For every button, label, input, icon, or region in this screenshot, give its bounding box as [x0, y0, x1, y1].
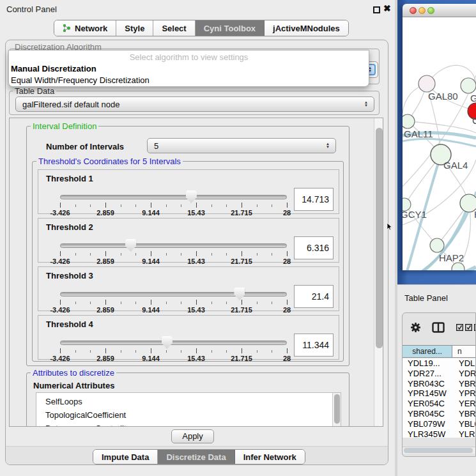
slider-tick-labels: -3.4262.8599.14415.4321.71528 [60, 209, 287, 217]
close-icon[interactable]: ✖ [383, 3, 391, 13]
tab-jactivemnodules[interactable]: jActiveMNodules [265, 20, 348, 36]
table-row[interactable]: YER054CYER0 [403, 399, 476, 409]
numerical-attributes-label: Numerical Attributes [33, 381, 114, 390]
settings-scrollbar[interactable] [374, 118, 383, 427]
settings-scrollbar-thumb[interactable] [376, 128, 383, 348]
thresholds-group-label: Threshold's Coordinates for 5 Intervals [36, 157, 183, 166]
panel-title: Control Panel [6, 4, 57, 14]
slider-tick-labels: -3.4262.8599.14415.4321.71528 [60, 355, 287, 362]
numerical-attributes-list: SelfLoops TopologicalCoefficient Between… [36, 392, 341, 427]
slider-rail[interactable] [60, 195, 287, 199]
combobox-stepper-icon[interactable]: ▲▼ [362, 101, 370, 107]
node-label-partial: GA [470, 93, 476, 104]
thresholds-group: Threshold's Coordinates for 5 Intervals … [32, 161, 344, 362]
node-label-hap2: HAP2 [439, 252, 464, 263]
number-of-intervals-label: Number of Intervals [46, 142, 124, 151]
table-data-group-label: Table Data [13, 86, 56, 96]
column-header-shared-name[interactable]: shared... [403, 346, 452, 357]
column-header-name[interactable]: n [452, 346, 476, 357]
threshold-4-value-field[interactable]: 11.344 [294, 334, 334, 357]
table-header-row: shared... n [403, 345, 476, 358]
tab-impute-data[interactable]: Impute Data [93, 450, 158, 464]
node-label-c: C [472, 115, 476, 126]
node-partial-top-right[interactable] [461, 78, 476, 93]
gear-icon[interactable] [410, 322, 421, 333]
table-row[interactable]: YPR145WYPR1 [403, 388, 476, 399]
table-panel: Table Panel shared... n Y [397, 284, 476, 476]
tab-style[interactable]: Style [116, 20, 153, 36]
attributes-group: Attributes to discretize Numerical Attri… [26, 372, 349, 427]
interval-definition-label: Interval Definition [31, 121, 98, 131]
table-row[interactable]: YBR043CYBR0 [403, 379, 476, 389]
table-row[interactable]: YDR27...YDR2 [403, 369, 476, 379]
threshold-4-slider[interactable]: -3.4262.8599.14415.4321.71528 [60, 335, 287, 360]
table-rows: YDL19...YDL1 YDR27...YDR2 YBR043CYBR0 YP… [403, 358, 476, 438]
table-panel-box: shared... n YDL19...YDL1 YDR27...YDR2 YB… [402, 312, 476, 457]
threshold-2-slider[interactable]: -3.4262.8599.14415.4321.71528 [60, 238, 287, 263]
threshold-4-block: Threshold 4 -3.4262.8599.14415.4321.7152… [38, 315, 339, 360]
close-traffic-light[interactable] [410, 7, 417, 14]
table-horizontal-scrollbar[interactable] [403, 447, 476, 454]
tab-discretize-data[interactable]: Discretize Data [158, 450, 234, 464]
apply-button[interactable]: Apply [171, 429, 214, 443]
tab-network[interactable]: Network [54, 20, 116, 36]
threshold-3-block: Threshold 3 -3.4262.8599.14415.4321.7152… [38, 266, 339, 311]
slider-ticks [60, 348, 287, 353]
tab-select[interactable]: Select [153, 20, 195, 36]
bottom-tabbar: Impute Data Discretize Data Infer Networ… [93, 449, 305, 464]
threshold-1-slider[interactable]: -3.4262.8599.14415.4321.71528 [60, 189, 287, 215]
table-data-combobox[interactable]: galFiltered.sif default node ▲▼ [15, 96, 374, 112]
slider-rail[interactable] [60, 243, 287, 248]
minimize-traffic-light[interactable] [418, 7, 426, 14]
threshold-2-value-field[interactable]: 6.316 [294, 236, 334, 259]
node-gal80[interactable] [418, 75, 435, 92]
table-panel-title: Table Panel [404, 293, 448, 303]
algorithm-dropdown-popup: Select algorithm to view settings Manual… [8, 50, 369, 87]
list-scrollbar[interactable] [332, 393, 341, 427]
list-item[interactable]: TopologicalCoefficient [36, 408, 341, 422]
slider-thumb[interactable] [162, 336, 173, 349]
combobox-stepper-icon[interactable]: ▲▼ [324, 142, 332, 149]
list-item[interactable]: BetweennessCentrality [36, 422, 341, 427]
slider-thumb[interactable] [186, 190, 197, 203]
checkbox-icons[interactable] [456, 324, 476, 331]
network-window-titlebar[interactable] [403, 4, 476, 17]
node-label-gcy1: GCY1 [403, 209, 427, 220]
dropdown-option-manual[interactable]: Manual Discretization [9, 63, 369, 75]
node-hap2[interactable] [430, 238, 444, 252]
network-canvas[interactable]: GAL80 GA C GAL11 GAL4 GCY1 H HAP2 [403, 17, 476, 270]
table-row[interactable]: YDL19...YDL1 [403, 358, 476, 369]
slider-rail[interactable] [60, 341, 287, 345]
table-hscrollbar-thumb[interactable] [404, 448, 473, 453]
top-tabbar: Network Style Select Cyni Toolbox jActiv… [54, 20, 349, 36]
split-columns-icon[interactable] [432, 322, 445, 333]
mouse-cursor [387, 222, 392, 231]
dropdown-option-equal-width[interactable]: Equal Width/Frequency Discretization [9, 75, 369, 86]
node-gal11[interactable] [403, 114, 415, 128]
tab-cyni-toolbox[interactable]: Cyni Toolbox [196, 20, 265, 36]
node-label-gal80: GAL80 [428, 91, 458, 102]
float-window-icon[interactable] [373, 6, 380, 13]
dropdown-hint-item: Select algorithm to view settings [9, 50, 369, 63]
table-row[interactable]: YBL079WYBL0 [403, 419, 476, 429]
table-data-selected: galFiltered.sif default node [22, 100, 119, 109]
slider-thumb[interactable] [234, 288, 245, 300]
list-scrollbar-thumb[interactable] [334, 394, 340, 424]
tab-infer-network[interactable]: Infer Network [235, 450, 305, 464]
zoom-traffic-light[interactable] [427, 7, 434, 14]
number-of-intervals-combobox[interactable]: 5 ▲▼ [147, 138, 336, 153]
slider-rail[interactable] [60, 292, 287, 296]
slider-tick-labels: -3.4262.8599.14415.4321.71528 [60, 257, 287, 265]
table-toolbar [403, 313, 475, 344]
list-item[interactable]: SelfLoops [36, 393, 341, 408]
node-partial-bottom[interactable] [452, 263, 464, 270]
table-row[interactable]: YLR345WYLR3 [403, 429, 476, 438]
control-panel: Control Panel ✖ Network Style Select Cyn… [0, 0, 395, 476]
slider-ticks [60, 203, 287, 208]
table-row[interactable]: YBR045CYBR0 [403, 409, 476, 419]
threshold-1-value-field[interactable]: 14.713 [294, 188, 334, 211]
slider-thumb[interactable] [125, 239, 136, 252]
threshold-3-value-field[interactable]: 21.4 [294, 285, 334, 308]
threshold-3-slider[interactable]: -3.4262.8599.14415.4321.71528 [60, 286, 287, 312]
settings-viewport: Interval Definition Number of Intervals … [9, 118, 383, 427]
